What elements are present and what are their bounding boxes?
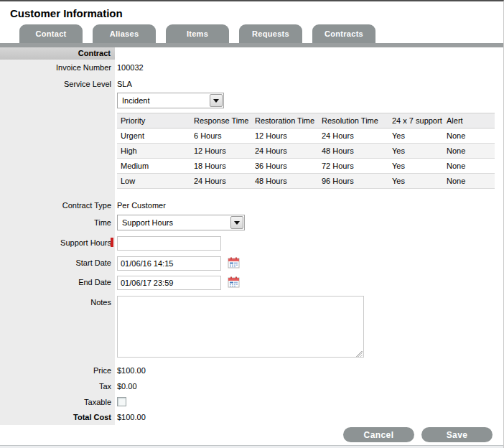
tab-contracts-label: Contracts <box>325 29 363 38</box>
cell: Low <box>117 174 190 189</box>
invoice-number-label: Invoice Number <box>0 63 111 72</box>
save-button[interactable]: Save <box>421 427 493 442</box>
cell: 24 Hours <box>251 144 318 159</box>
cell: 36 Hours <box>251 159 318 174</box>
invoice-number-value: 100032 <box>117 63 144 72</box>
taxable-label: Taxable <box>0 398 111 406</box>
service-type-select-arrow-button[interactable] <box>210 94 223 107</box>
customer-information-page: Customer Information Contact Aliases Ite… <box>0 0 504 448</box>
cell: 6 Hours <box>190 129 251 144</box>
chevron-down-icon <box>213 99 219 103</box>
price-label: Price <box>0 366 111 375</box>
cell: Yes <box>388 174 443 189</box>
required-marker <box>111 238 113 247</box>
sla-col-resolution-time: Resolution Time <box>318 113 388 129</box>
tab-contact-label: Contact <box>35 29 66 38</box>
table-row: Low 24 Hours 48 Hours 96 Hours Yes None <box>117 174 495 189</box>
table-row: Medium 18 Hours 36 Hours 72 Hours Yes No… <box>117 159 495 174</box>
sla-table-header-row: Priority Response Time Restoration Time … <box>117 113 495 129</box>
contract-type-label: Contract Type <box>0 201 111 210</box>
cell: 12 Hours <box>251 129 318 144</box>
price-value: $100.00 <box>117 366 146 375</box>
cell: 96 Hours <box>318 174 388 189</box>
notes-label: Notes <box>0 298 111 307</box>
cell: None <box>443 129 495 144</box>
end-date-label: End Date <box>0 278 111 286</box>
table-row: Urgent 6 Hours 12 Hours 24 Hours Yes Non… <box>117 129 495 144</box>
calendar-icon[interactable] <box>228 257 240 269</box>
cell: 48 Hours <box>318 144 388 159</box>
support-hours-label: Support Hours <box>0 238 111 247</box>
cell: 24 Hours <box>190 174 251 189</box>
cell: High <box>117 144 190 159</box>
table-row: High 12 Hours 24 Hours 48 Hours Yes None <box>117 144 495 159</box>
tab-contact[interactable]: Contact <box>19 24 83 43</box>
tab-requests[interactable]: Requests <box>239 24 302 43</box>
cell: Urgent <box>117 129 190 144</box>
cell: 72 Hours <box>318 159 388 174</box>
service-type-select[interactable]: Incident <box>117 93 224 108</box>
time-select[interactable]: Support Hours <box>117 215 245 230</box>
cell: Yes <box>388 159 443 174</box>
time-select-value: Support Hours <box>122 218 173 227</box>
tab-contracts[interactable]: Contracts <box>312 24 375 43</box>
sla-col-priority: Priority <box>117 113 190 129</box>
cell: None <box>443 144 495 159</box>
sla-priority-table: Priority Response Time Restoration Time … <box>117 113 495 189</box>
cell: None <box>443 174 495 189</box>
tab-items[interactable]: Items <box>166 24 229 43</box>
page-bottom-border <box>0 445 504 448</box>
cell: 24 Hours <box>318 129 388 144</box>
sla-col-alert: Alert <box>443 113 495 129</box>
cell: None <box>443 159 495 174</box>
total-cost-label: Total Cost <box>0 413 111 421</box>
start-date-label: Start Date <box>0 258 111 267</box>
tab-aliases-label: Aliases <box>110 29 139 38</box>
end-date-input[interactable] <box>117 276 221 290</box>
time-select-arrow-button[interactable] <box>230 216 243 229</box>
contract-type-value: Per Customer <box>117 201 166 210</box>
cancel-button[interactable]: Cancel <box>343 427 414 442</box>
notes-textarea[interactable] <box>117 296 364 358</box>
time-label: Time <box>0 218 111 227</box>
cell: 12 Hours <box>190 144 251 159</box>
tab-items-label: Items <box>187 29 208 38</box>
sla-col-24x7-support: 24 x 7 support <box>388 113 443 129</box>
total-cost-value: $100.00 <box>117 413 146 421</box>
calendar-icon[interactable] <box>228 276 240 288</box>
sla-col-restoration-time: Restoration Time <box>251 113 318 129</box>
page-title: Customer Information <box>10 7 123 19</box>
tax-label: Tax <box>0 382 111 391</box>
tax-value: $0.00 <box>117 382 137 391</box>
cell: Yes <box>388 144 443 159</box>
sla-col-response-time: Response Time <box>190 113 251 129</box>
contract-section-header: Contract <box>0 47 115 60</box>
tab-aliases[interactable]: Aliases <box>93 24 156 43</box>
service-level-value: SLA <box>117 80 132 88</box>
support-hours-input[interactable] <box>117 236 221 251</box>
tab-bar: Contact Aliases Items Requests Contracts <box>19 24 375 43</box>
taxable-checkbox[interactable] <box>117 397 126 406</box>
cell: Yes <box>388 129 443 144</box>
chevron-down-icon <box>234 221 240 225</box>
tab-requests-label: Requests <box>252 29 289 38</box>
cell: Medium <box>117 159 190 174</box>
cell: 18 Hours <box>190 159 251 174</box>
cell: 48 Hours <box>251 174 318 189</box>
service-type-select-value: Incident <box>122 96 150 105</box>
service-level-label: Service Level <box>0 80 111 88</box>
start-date-input[interactable] <box>117 256 221 271</box>
